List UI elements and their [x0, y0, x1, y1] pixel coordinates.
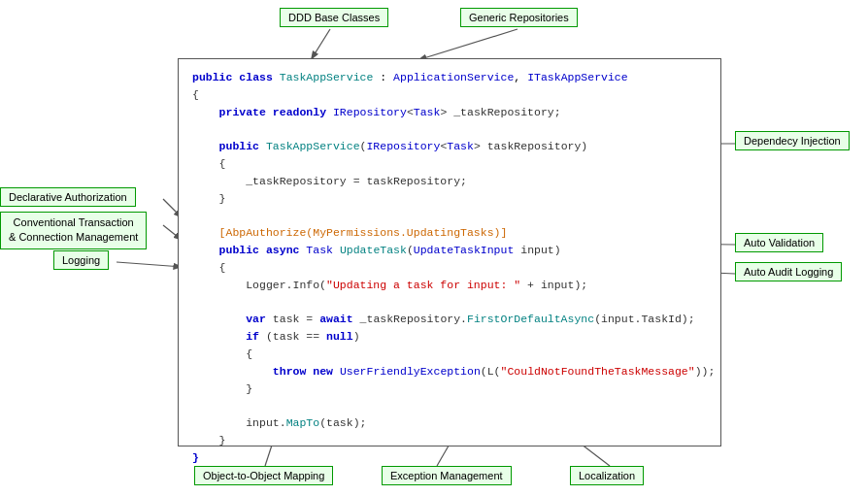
- code-line-11: public async Task UpdateTask(UpdateTaskI…: [192, 242, 707, 259]
- code-line-12: {: [192, 259, 707, 277]
- svg-line-3: [417, 29, 517, 60]
- code-line-8: }: [192, 190, 707, 208]
- label-generic-repos: Generic Repositories: [460, 8, 578, 27]
- label-dependency-injection: Dependecy Injection: [735, 131, 850, 150]
- code-line-1: public class TaskAppService : Applicatio…: [192, 69, 707, 86]
- code-line-21: input.MapTo(task);: [192, 414, 707, 432]
- code-line-15: var task = await _taskRepository.FirstOr…: [192, 311, 707, 328]
- code-line-19: }: [192, 380, 707, 398]
- label-object-mapping: Object-to-Object Mapping: [194, 466, 333, 485]
- code-line-9: [192, 208, 707, 225]
- code-line-20: [192, 397, 707, 414]
- code-line-6: {: [192, 155, 707, 173]
- code-line-22: }: [192, 432, 707, 449]
- code-line-3: private readonly IRepository<Task> _task…: [192, 104, 707, 121]
- code-line-10: [AbpAuthorize(MyPermissions.UpdatingTask…: [192, 224, 707, 242]
- label-exception-mgmt: Exception Management: [382, 466, 512, 485]
- label-declarative-auth: Declarative Authorization: [0, 187, 136, 207]
- label-auto-audit: Auto Audit Logging: [735, 262, 842, 281]
- label-conventional-tx: Conventional Transaction& Connection Man…: [0, 212, 147, 249]
- code-line-16: if (task == null): [192, 328, 707, 346]
- label-localization: Localization: [570, 466, 644, 485]
- code-line-18: throw new UserFriendlyException(L("Could…: [192, 363, 707, 380]
- code-line-14: [192, 294, 707, 312]
- code-line-4: [192, 120, 707, 138]
- code-line-2: {: [192, 86, 707, 104]
- label-ddd-base: DDD Base Classes: [280, 8, 388, 27]
- code-line-7: _taskRepository = taskRepository;: [192, 173, 707, 190]
- svg-line-2: [311, 29, 330, 60]
- code-line-13: Logger.Info("Updating a task for input: …: [192, 277, 707, 294]
- code-box: public class TaskAppService : Applicatio…: [178, 58, 721, 446]
- label-auto-validation: Auto Validation: [735, 233, 823, 252]
- code-line-23: }: [192, 449, 707, 467]
- svg-line-9: [117, 262, 183, 267]
- code-line-5: public TaskAppService(IRepository<Task> …: [192, 138, 707, 155]
- code-line-17: {: [192, 346, 707, 363]
- label-logging: Logging: [53, 250, 109, 270]
- diagram-container: public class TaskAppService : Applicatio…: [0, 0, 868, 496]
